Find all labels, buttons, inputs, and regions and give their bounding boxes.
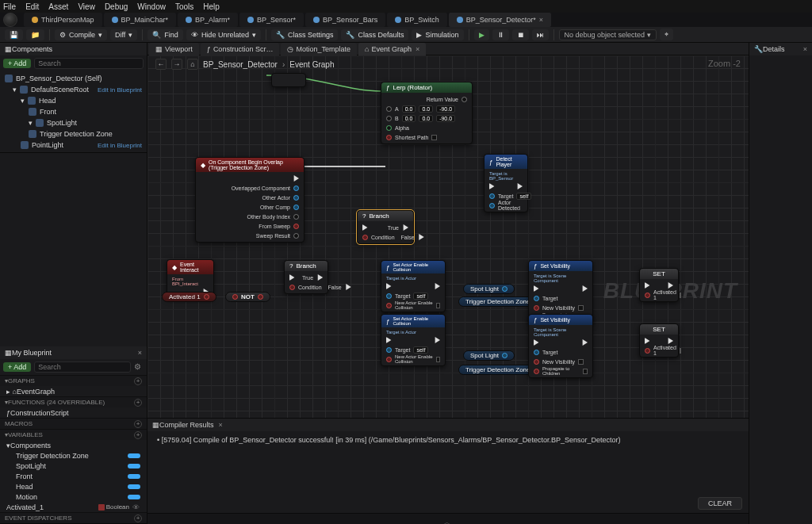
node-set-visibility[interactable]: ƒ Set Visibility Target is Scene Compone… [528,314,593,378]
class-defaults-button[interactable]: 🔧 Class Defaults [341,29,408,40]
exec-out-pin[interactable] [293,175,299,182]
variable-item[interactable]: SpotLight [0,461,147,471]
event-graph-canvas[interactable]: ← → ⌂ BP_Sensor_Detector › Event Graph Z… [147,55,749,418]
output-pin[interactable] [293,214,299,220]
input-pin[interactable] [534,369,539,374]
tree-row[interactable]: BP_Sensor_Detector (Self) [0,73,147,84]
exec-in-pin[interactable] [362,224,369,231]
gear-icon[interactable]: ⚙ [134,362,144,372]
compile-button[interactable]: ⚙ Compile ▾ [55,29,107,40]
node-set-variable[interactable]: SET Activated 1 [639,323,679,358]
hide-unrelated-button[interactable]: 👁 Hide Unrelated ▾ [186,29,261,40]
stop-button[interactable]: ⏹ [512,29,529,40]
node-set-variable[interactable]: SET Activated 1 [639,268,679,302]
output-pin[interactable] [293,233,299,239]
step-button[interactable]: ⏭ [532,29,549,40]
file-tab[interactable]: ThirdPersonMap [24,13,102,27]
input-pin[interactable] [534,305,539,311]
file-tab[interactable]: BP_Sensor* [239,13,304,27]
menu-view[interactable]: View [78,2,95,11]
input-pin[interactable] [362,235,368,240]
exec-in-pin[interactable] [489,183,496,189]
input-pin[interactable] [386,125,392,131]
browse-button[interactable]: 📁 [26,29,44,40]
input-pin[interactable] [386,347,392,353]
checkbox[interactable] [436,303,440,308]
checkbox[interactable] [680,348,681,354]
tree-row[interactable]: PointLightEdit in Blueprint [0,140,147,151]
add-icon[interactable]: + [134,377,142,385]
menu-help[interactable]: Help [203,2,220,11]
exec-out-pin[interactable] [316,274,323,281]
save-button[interactable]: 💾 [5,29,23,40]
input-pin[interactable] [289,285,295,290]
close-icon[interactable]: × [539,16,543,24]
node-set-collision[interactable]: ƒ Set Actor Enable Collision Target is A… [381,314,446,366]
clear-button[interactable]: CLEAR [698,497,742,510]
output-pin[interactable] [293,195,299,201]
node-branch[interactable]: ? Branch True ConditionFalse [284,260,328,294]
node-unknown[interactable] [271,73,306,87]
checkbox[interactable] [578,305,584,311]
components-search-input[interactable] [34,58,144,69]
node-detect-player[interactable]: ƒ Detect Player Target is BP_Sensor Targ… [484,154,528,212]
close-icon[interactable]: × [803,45,807,53]
exec-in-pin[interactable] [386,337,393,343]
add-component-button[interactable]: + Add [3,59,31,68]
exec-out-pin[interactable] [581,285,588,292]
file-tab-active[interactable]: BP_Sensor_Detector*× [449,13,551,27]
exec-out-pin[interactable] [516,183,523,189]
debug-object-select[interactable]: No debug object selected ▾ [559,29,657,40]
nav-back-button[interactable]: ← [155,59,167,70]
tree-row[interactable]: Front [0,106,147,117]
function-item[interactable]: ƒ ConstructionScript [0,407,147,418]
play-button[interactable]: ▶ [474,29,489,40]
graph-tab-active[interactable]: ⌂ Event Graph× [358,43,426,55]
exec-in-pin[interactable] [534,285,540,292]
debug-locate-button[interactable]: ⌖ [660,29,673,40]
variable-item[interactable]: Trigger Detection Zone [0,450,147,461]
simulation-button[interactable]: ▶ Simulation [412,29,463,40]
graph-tab[interactable]: ▦ Viewport [149,43,199,55]
node-get-activated[interactable]: Activated 1 [162,292,216,302]
output-pin[interactable] [293,186,299,191]
add-icon[interactable]: + [134,514,142,522]
node-get-spotlight[interactable]: Spot Light [463,350,515,361]
close-icon[interactable]: × [219,421,223,429]
checkbox[interactable] [578,359,584,365]
exec-in-pin[interactable] [534,339,540,346]
section-dispatchers[interactable]: EVENT DISPATCHERS+ [0,512,147,523]
output-pin[interactable] [462,97,467,102]
input-pin[interactable] [386,135,392,140]
exec-out-pin[interactable] [667,282,673,289]
checkbox[interactable] [436,357,440,362]
graph-item[interactable]: ▸ ⌂ EventGraph [0,386,147,396]
tree-row[interactable]: ▾ SpotLight [0,117,147,128]
close-icon[interactable]: × [416,45,419,53]
nav-fwd-button[interactable]: → [171,59,182,70]
my-blueprint-search-input[interactable] [34,361,131,373]
section-variables[interactable]: ▾ VARIABLES+ [0,429,147,440]
menu-asset[interactable]: Asset [48,2,68,11]
output-pin[interactable] [293,224,299,229]
variable-item[interactable]: Head [0,481,147,491]
section-graphs[interactable]: ▾ GRAPHS+ [0,375,147,386]
menu-tools[interactable]: Tools [175,2,193,11]
add-icon[interactable]: + [134,431,142,439]
input-pin[interactable] [489,203,495,208]
edit-blueprint-link[interactable]: Edit in Blueprint [98,86,142,94]
output-pin[interactable] [502,286,508,292]
input-pin[interactable] [534,359,539,365]
file-tab[interactable]: BP_Switch [387,13,447,27]
variable-group[interactable]: ▾ Components [0,440,147,450]
close-icon[interactable]: × [138,349,142,357]
variable-item[interactable]: Activated_1Boolean👁 [0,502,147,512]
output-pin[interactable] [258,294,263,300]
menu-file[interactable]: File [3,2,16,11]
input-pin[interactable] [489,193,495,199]
graph-tab[interactable]: ƒ Construction Scr… [201,43,280,55]
exec-out-pin[interactable] [667,338,673,344]
exec-out-pin[interactable] [434,283,440,289]
node-set-collision[interactable]: ƒ Set Actor Enable Collision Target is A… [381,260,446,312]
input-pin[interactable] [645,293,650,298]
